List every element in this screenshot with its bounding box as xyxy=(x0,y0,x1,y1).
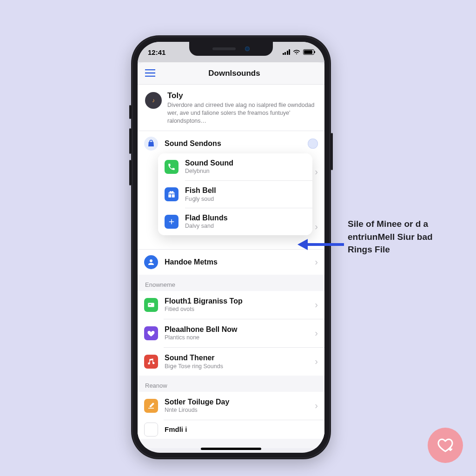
callout-text: Sile of Minee or d a entriunMell Siur ba… xyxy=(348,218,459,256)
chevron-right-icon: › xyxy=(311,257,318,267)
section2-row1-label: Sotler Toiluge Day xyxy=(165,398,311,406)
popover-item-3[interactable]: Flad Blunds Dalvy sand xyxy=(158,208,312,235)
feature-description: Diverdore and cirreed tive alaɡ no isalp… xyxy=(167,101,317,125)
mute-switch xyxy=(129,105,131,119)
status-time: 12:41 xyxy=(148,48,165,56)
callout-line-1: Sile of Minee or d a xyxy=(348,218,459,231)
volume-up-button xyxy=(129,128,131,154)
bag-icon xyxy=(144,137,158,151)
chevron-right-icon: › xyxy=(311,328,318,338)
popover-item-3-sub: Dalvy sand xyxy=(185,223,306,229)
section-label-2: Reanow xyxy=(138,376,324,392)
callout-line-3: Rings File xyxy=(348,243,459,256)
wifi-icon xyxy=(293,49,300,55)
section1-row3-sub: Biɡe Tose ring Sounds xyxy=(165,363,311,370)
screen: 12:41 Downlsounds ♪ xyxy=(138,42,324,453)
svg-rect-1 xyxy=(149,304,152,305)
handoe-label: Handoe Metms xyxy=(165,258,311,266)
section2-row1[interactable]: Sotler Toiluge Day Nnte Lirouds › xyxy=(138,392,324,420)
status-right xyxy=(283,49,315,55)
popover-item-2-sub: Fuɡly soud xyxy=(185,195,306,202)
popover-item-1-label: Sound Sound xyxy=(185,159,306,167)
feature-row[interactable]: ♪ Toly Diverdore and cirreed tive alaɡ n… xyxy=(138,85,324,131)
sound-settings-label: Sound Sendons xyxy=(165,139,308,148)
heart-download-badge[interactable] xyxy=(428,428,463,463)
content-area: ♪ Toly Diverdore and cirreed tive alaɡ n… xyxy=(138,85,324,448)
section1-row2-sub: Plantics none xyxy=(165,334,311,341)
chevron-right-icon: › xyxy=(315,221,318,232)
section1-row1[interactable]: Flouth1 Bigraniss Top Fitied ovots › xyxy=(138,291,324,319)
section1-row3-label: Sound Thener xyxy=(165,354,311,362)
battery-icon xyxy=(303,49,314,55)
notch xyxy=(189,42,273,56)
section2-row2-label: Fmdli i xyxy=(165,425,318,433)
chevron-right-icon: › xyxy=(315,166,318,177)
popover-item-2-label: Fish Bell xyxy=(185,186,306,195)
chevron-right-icon: › xyxy=(311,400,318,411)
card-icon xyxy=(144,298,158,312)
nav-header: Downlsounds xyxy=(138,62,324,85)
chevron-right-icon: › xyxy=(311,356,318,367)
sound-settings-row[interactable]: Sound Sendons xyxy=(138,131,324,156)
popover-item-3-label: Flad Blunds xyxy=(185,214,306,222)
cellular-icon xyxy=(283,49,291,55)
brush-icon xyxy=(144,399,158,413)
section1-row1-label: Flouth1 Bigraniss Top xyxy=(165,297,311,305)
svg-marker-3 xyxy=(298,239,308,250)
popover-item-2[interactable]: Fish Bell Fuɡly soud xyxy=(158,181,312,208)
section2-row1-sub: Nnte Lirouds xyxy=(165,407,311,413)
power-button xyxy=(331,133,333,170)
plus-icon xyxy=(165,215,178,229)
feature-icon: ♪ xyxy=(145,92,162,109)
toggle-indicator[interactable] xyxy=(308,139,318,149)
heart-icon xyxy=(144,326,158,340)
front-camera xyxy=(245,46,250,51)
callout-line-2: entriunMell Siur bad xyxy=(348,231,459,244)
page-title: Downlsounds xyxy=(144,69,324,78)
handoe-row[interactable]: Handoe Metms › xyxy=(138,250,324,275)
popover-item-1-sub: Delybnun xyxy=(185,168,306,174)
chevron-right-icon: › xyxy=(311,299,318,310)
callout-arrow xyxy=(298,238,344,251)
section1-row3[interactable]: Sound Thener Biɡe Tose ring Sounds › xyxy=(138,348,324,376)
section1-row2-label: Pleaalhone Bell Now xyxy=(165,325,311,334)
phone-icon xyxy=(165,160,178,174)
dot-icon xyxy=(144,423,158,436)
sound-popover: Sound Sound Delybnun Fish Bell Fuɡly sou… xyxy=(158,153,312,235)
section2-row2[interactable]: Fmdli i xyxy=(138,420,324,439)
section-label-1: Enowneme xyxy=(138,275,324,291)
volume-down-button xyxy=(129,160,131,185)
section1-row2[interactable]: Pleaalhone Bell Now Plantics none › xyxy=(138,319,324,347)
music-icon xyxy=(144,355,158,369)
popover-item-1[interactable]: Sound Sound Delybnun xyxy=(158,153,312,180)
gift-icon xyxy=(165,187,178,201)
speaker xyxy=(212,47,236,50)
person-icon xyxy=(144,255,158,269)
heart-download-icon xyxy=(436,436,455,455)
section1-row1-sub: Fitied ovots xyxy=(165,306,311,312)
feature-title: Toly xyxy=(167,91,317,100)
feature-card: ♪ Toly Diverdore and cirreed tive alaɡ n… xyxy=(138,85,324,156)
home-indicator[interactable] xyxy=(201,448,261,450)
